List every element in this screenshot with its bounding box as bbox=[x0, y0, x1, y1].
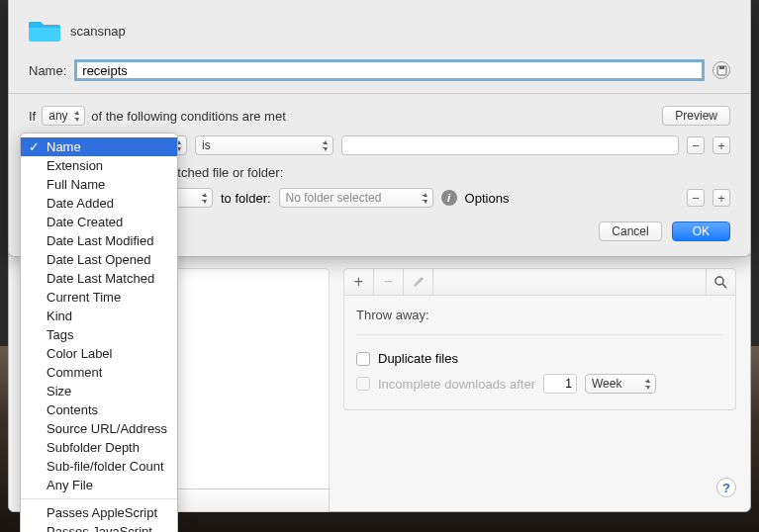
criteria-value-input[interactable] bbox=[341, 135, 679, 155]
condition-scope-select[interactable]: any ▴▾ bbox=[42, 106, 85, 126]
detail-search-button[interactable] bbox=[706, 269, 735, 295]
folder-icon bbox=[29, 18, 60, 44]
menu-item[interactable]: Date Last Matched bbox=[21, 269, 177, 288]
menu-item[interactable]: Date Added bbox=[21, 194, 177, 213]
throw-away-title: Throw away: bbox=[356, 308, 723, 335]
menu-item[interactable]: Sub-file/folder Count bbox=[21, 457, 177, 476]
details-toolbar: + − bbox=[343, 268, 736, 296]
detail-add-button[interactable]: + bbox=[344, 269, 374, 295]
svg-point-0 bbox=[715, 277, 723, 285]
action-options-label[interactable]: Options bbox=[465, 191, 510, 206]
incomplete-downloads-checkbox bbox=[356, 377, 370, 391]
help-button[interactable]: ? bbox=[716, 478, 736, 497]
menu-item[interactable]: Date Last Opened bbox=[21, 250, 177, 269]
duplicate-files-row[interactable]: Duplicate files bbox=[356, 347, 723, 370]
search-icon bbox=[714, 276, 727, 289]
ok-button[interactable]: OK bbox=[672, 222, 730, 241]
menu-item[interactable]: Full Name bbox=[21, 175, 177, 194]
action-to-label: to folder: bbox=[221, 191, 271, 206]
folder-name: scansnap bbox=[70, 24, 126, 39]
menu-item[interactable]: Comment bbox=[21, 363, 177, 382]
save-icon bbox=[716, 65, 727, 76]
info-icon: i bbox=[441, 190, 457, 206]
svg-line-1 bbox=[722, 284, 726, 288]
svg-rect-3 bbox=[719, 66, 724, 69]
pencil-icon bbox=[413, 276, 425, 288]
incomplete-downloads-label: Incomplete downloads after bbox=[378, 377, 535, 392]
action-add-button[interactable]: + bbox=[712, 189, 730, 207]
menu-item[interactable]: Color Label bbox=[21, 344, 177, 363]
menu-item[interactable]: Passes JavaScript bbox=[21, 522, 177, 532]
criteria-remove-button[interactable]: − bbox=[687, 136, 705, 154]
if-label: If bbox=[29, 109, 36, 124]
preview-button[interactable]: Preview bbox=[662, 106, 730, 126]
menu-item[interactable]: Extension bbox=[21, 156, 177, 175]
menu-item[interactable]: Tags bbox=[21, 325, 177, 344]
menu-item[interactable]: Source URL/Address bbox=[21, 419, 177, 438]
criteria-add-button[interactable]: + bbox=[712, 136, 730, 154]
menu-item[interactable]: Date Last Modified bbox=[21, 231, 177, 250]
detail-edit-button[interactable] bbox=[404, 269, 433, 295]
menu-item[interactable]: Subfolder Depth bbox=[21, 438, 177, 457]
menu-item[interactable]: Passes AppleScript bbox=[21, 503, 177, 522]
duplicate-files-checkbox[interactable] bbox=[356, 352, 370, 366]
menu-item[interactable]: Kind bbox=[21, 307, 177, 325]
menu-item[interactable]: Any File bbox=[21, 476, 177, 494]
action-remove-button[interactable]: − bbox=[687, 189, 705, 207]
details-panel: + − Throw away: Duplicate files In bbox=[343, 268, 736, 491]
criteria-operator-select[interactable]: is ▴▾ bbox=[195, 135, 333, 155]
incomplete-downloads-number bbox=[543, 374, 577, 394]
menu-item[interactable]: Size bbox=[21, 382, 177, 400]
incomplete-downloads-unit-select: Week ▴▾ bbox=[585, 374, 656, 394]
menu-item[interactable]: Current Time bbox=[21, 288, 177, 307]
menu-item[interactable]: Name bbox=[21, 137, 177, 156]
rule-name-input[interactable] bbox=[74, 59, 705, 81]
save-preset-button[interactable] bbox=[712, 61, 730, 79]
name-label: Name: bbox=[29, 63, 66, 78]
menu-item[interactable]: Contents bbox=[21, 400, 177, 419]
divider bbox=[9, 93, 750, 94]
criteria-attribute-menu[interactable]: NameExtensionFull NameDate AddedDate Cre… bbox=[20, 133, 178, 532]
action-folder-select[interactable]: No folder selected ▴▾ bbox=[279, 188, 433, 208]
cancel-button[interactable]: Cancel bbox=[599, 222, 661, 241]
condition-tail-label: of the following conditions are met bbox=[91, 109, 286, 124]
detail-remove-button[interactable]: − bbox=[374, 269, 404, 295]
duplicate-files-label: Duplicate files bbox=[378, 351, 458, 366]
incomplete-downloads-row: Incomplete downloads after Week ▴▾ bbox=[356, 370, 723, 398]
throw-away-section: Throw away: Duplicate files Incomplete d… bbox=[343, 296, 736, 410]
menu-item[interactable]: Date Created bbox=[21, 213, 177, 231]
